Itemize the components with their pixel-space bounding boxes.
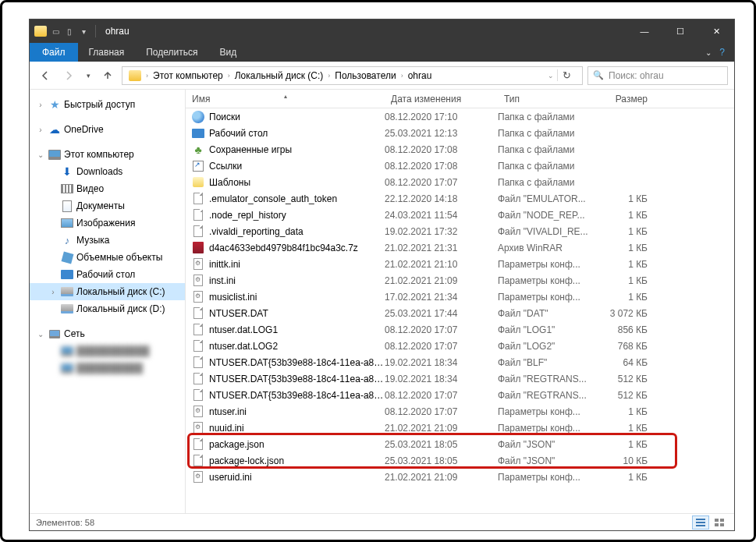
file-size: 1 КБ <box>591 423 662 434</box>
column-name[interactable]: ▴Имя <box>186 94 385 105</box>
file-row[interactable]: Поиски08.12.2020 17:10Папка с файлами <box>186 108 734 125</box>
file-row[interactable]: useruid.ini21.02.2021 21:09Параметры кон… <box>186 469 734 485</box>
file-type: Папка с файлами <box>498 128 591 139</box>
sidebar-quick-access[interactable]: ›★Быстрый доступ <box>30 96 185 113</box>
address-bar[interactable]: › Этот компьютер › Локальный диск (C:) ›… <box>122 66 583 85</box>
sidebar-3d-objects[interactable]: Объемные объекты <box>30 249 185 266</box>
chevron-icon[interactable]: › <box>228 72 230 80</box>
file-row[interactable]: ♣Сохраненные игры08.12.2020 17:08Папка с… <box>186 141 734 158</box>
nav-up-button[interactable] <box>98 66 117 85</box>
file-row[interactable]: ntuser.dat.LOG108.12.2020 17:07Файл "LOG… <box>186 321 734 338</box>
file-icon <box>192 324 204 336</box>
chevron-icon[interactable]: › <box>328 72 330 80</box>
file-type: Архив WinRAR <box>498 243 591 253</box>
sidebar-network-item[interactable]: ██████████ <box>30 360 185 377</box>
column-date[interactable]: Дата изменения <box>385 94 498 105</box>
chevron-icon[interactable]: › <box>146 72 148 80</box>
file-row[interactable]: package.json25.03.2021 18:05Файл "JSON"1… <box>186 436 734 452</box>
file-date: 19.02.2021 18:34 <box>385 357 498 368</box>
search-input[interactable]: 🔍 Поиск: ohrau <box>587 66 728 85</box>
cloud-icon: ☁ <box>48 123 61 136</box>
sidebar-onedrive[interactable]: ›☁OneDrive <box>30 121 185 138</box>
breadcrumb-item[interactable]: Пользователи <box>332 70 399 81</box>
column-size[interactable]: Размер <box>591 94 662 105</box>
file-date: 19.02.2021 18:34 <box>385 374 498 384</box>
file-row[interactable]: inittk.ini21.02.2021 21:10Параметры конф… <box>186 256 734 272</box>
file-row[interactable]: Шаблоны08.12.2020 17:07Папка с файлами <box>186 174 734 190</box>
sidebar-videos[interactable]: Видео <box>30 180 185 197</box>
refresh-icon[interactable]: ↻ <box>557 69 576 81</box>
file-name: ntuser.ini <box>209 406 385 417</box>
breadcrumb-item[interactable]: Этот компьютер <box>150 70 226 81</box>
file-name: .vivaldi_reporting_data <box>209 226 385 237</box>
close-button[interactable]: ✕ <box>698 19 734 43</box>
link-icon <box>192 160 204 172</box>
sidebar-drive-c[interactable]: ›Локальный диск (C:) <box>30 283 185 300</box>
file-row[interactable]: ntuser.dat.LOG208.12.2020 17:07Файл "LOG… <box>186 338 734 354</box>
file-row[interactable]: ntuser.ini08.12.2020 17:07Параметры конф… <box>186 403 734 420</box>
sidebar-network-item[interactable]: ███████████ <box>30 342 185 360</box>
file-row[interactable]: Ссылки08.12.2020 17:08Папка с файлами <box>186 158 734 174</box>
ribbon-collapse-icon[interactable]: ⌄ <box>705 48 712 57</box>
tab-file[interactable]: Файл <box>30 43 78 62</box>
breadcrumb-item[interactable]: Локальный диск (C:) <box>232 70 327 81</box>
nav-back-button[interactable] <box>36 66 55 85</box>
file-size: 1 КБ <box>591 406 662 417</box>
maximize-button[interactable]: ☐ <box>662 19 698 43</box>
file-row[interactable]: .emulator_console_auth_token22.12.2020 1… <box>186 190 734 207</box>
file-row[interactable]: inst.ini21.02.2021 21:09Параметры конф..… <box>186 272 734 289</box>
chevron-icon[interactable]: › <box>401 72 403 80</box>
view-details-button[interactable] <box>692 515 709 530</box>
sidebar-images[interactable]: Изображения <box>30 214 185 232</box>
svg-rect-2 <box>696 525 705 526</box>
file-type: Файл "REGTRANS... <box>498 390 591 401</box>
sidebar-music[interactable]: ♪Музыка <box>30 232 185 249</box>
qat-new-folder-icon[interactable]: ▯ <box>64 26 75 37</box>
address-dropdown-icon[interactable]: ⌄ <box>548 72 554 80</box>
file-row[interactable]: Рабочий стол25.03.2021 12:13Папка с файл… <box>186 125 734 141</box>
svg-rect-4 <box>720 519 724 522</box>
file-row[interactable]: NTUSER.DAT{53b39e88-18c4-11ea-a811-0...1… <box>186 354 734 370</box>
file-name: NTUSER.DAT <box>209 308 385 319</box>
sidebar-this-pc[interactable]: ⌄Этот компьютер <box>30 146 185 163</box>
svg-rect-1 <box>696 522 705 523</box>
file-type: Файл "EMULATOR... <box>498 193 591 204</box>
tab-view[interactable]: Вид <box>208 44 247 61</box>
qat-properties-icon[interactable]: ▭ <box>50 26 61 37</box>
minimize-button[interactable]: — <box>626 19 662 43</box>
help-icon[interactable]: ? <box>719 47 725 58</box>
file-row[interactable]: .vivaldi_reporting_data19.02.2021 17:32Ф… <box>186 223 734 239</box>
sidebar-downloads[interactable]: ⬇Downloads <box>30 163 185 180</box>
ini-icon <box>192 471 204 484</box>
file-size: 512 КБ <box>591 374 662 384</box>
file-icon <box>192 373 204 385</box>
file-row[interactable]: NTUSER.DAT{53b39e88-18c4-11ea-a811-0...1… <box>186 370 734 387</box>
nav-forward-button[interactable] <box>59 66 78 85</box>
file-row[interactable]: nuuid.ini21.02.2021 21:09Параметры конф.… <box>186 420 734 436</box>
view-thumbnails-button[interactable] <box>711 515 728 530</box>
nav-history-button[interactable]: ▾ <box>83 66 94 85</box>
file-row[interactable]: NTUSER.DAT25.03.2021 17:44Файл "DAT"3 07… <box>186 305 734 321</box>
sidebar-desktop[interactable]: Рабочий стол <box>30 266 185 283</box>
ini-icon <box>192 406 204 418</box>
tab-home[interactable]: Главная <box>78 44 136 61</box>
qat-chevron-icon[interactable]: ▾ <box>78 26 89 37</box>
file-row[interactable]: d4ac4633ebd4979b84f1bc94a3c.7z21.02.2021… <box>186 239 734 256</box>
file-row[interactable]: .node_repl_history24.03.2021 11:54Файл "… <box>186 207 734 223</box>
breadcrumb-item[interactable]: ohrau <box>405 70 435 81</box>
sidebar-drive-d[interactable]: Локальный диск (D:) <box>30 300 185 317</box>
file-row[interactable]: musiclist.ini17.02.2021 21:34Параметры к… <box>186 289 734 305</box>
column-headers: ▴Имя Дата изменения Тип Размер <box>186 90 734 108</box>
file-row[interactable]: package-lock.json25.03.2021 18:05Файл "J… <box>186 452 734 469</box>
sidebar-network[interactable]: ⌄Сеть <box>30 325 185 342</box>
file-row[interactable]: NTUSER.DAT{53b39e88-18c4-11ea-a811-0...0… <box>186 387 734 403</box>
tab-share[interactable]: Поделиться <box>135 44 208 61</box>
file-size: 768 КБ <box>591 341 662 352</box>
file-type: Файл "JSON" <box>498 439 591 450</box>
file-type: Файл "JSON" <box>498 455 591 466</box>
file-size: 1 КБ <box>591 275 662 286</box>
sidebar-documents[interactable]: Документы <box>30 197 185 214</box>
file-size: 3 072 КБ <box>591 308 662 319</box>
column-type[interactable]: Тип <box>498 94 591 105</box>
file-list: ▴Имя Дата изменения Тип Размер Поиски08.… <box>186 90 734 513</box>
